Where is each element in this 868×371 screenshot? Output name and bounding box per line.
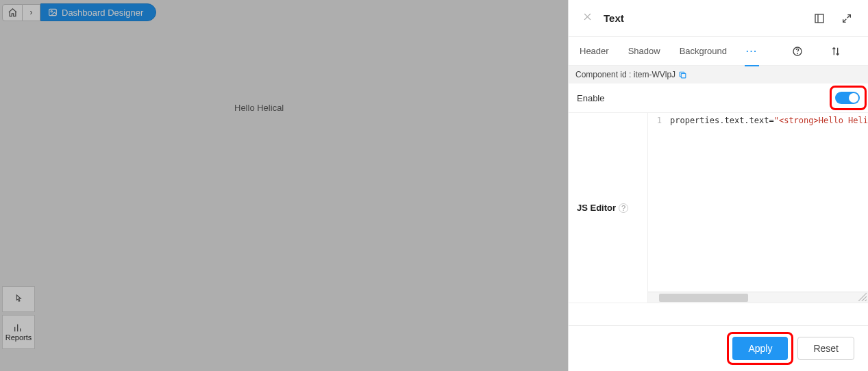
component-id-row: Component id : item-WVlpJ (569, 66, 868, 84)
tab-header[interactable]: Header (578, 43, 610, 59)
code-prefix: properties.text.text= (670, 116, 774, 125)
code-string: "<strong>Hello Heli (774, 116, 868, 125)
panel-title: Text (604, 12, 624, 24)
editor-scrollbar[interactable] (648, 292, 868, 303)
svg-rect-2 (815, 14, 823, 23)
toggle-knob (849, 93, 858, 103)
scrollbar-thumb[interactable] (659, 294, 748, 302)
sort-icon (830, 46, 841, 57)
layout-icon (814, 13, 825, 24)
tab-more[interactable]: ··· (745, 43, 759, 59)
enable-label: Enable (577, 93, 835, 103)
copy-id-button[interactable] (678, 71, 687, 79)
panel-footer: Apply Reset (569, 325, 868, 371)
line-number: 1 (648, 113, 666, 125)
close-icon (582, 12, 593, 22)
reset-button[interactable]: Reset (797, 337, 854, 360)
expand-button[interactable] (839, 13, 854, 24)
svg-rect-6 (681, 73, 686, 78)
svg-point-4 (797, 53, 798, 54)
properties-panel: Text Header Shadow Background ··· (568, 0, 868, 371)
code-editor[interactable]: 1 properties.text.text="<strong>Hello He… (647, 113, 868, 303)
layout-button[interactable] (812, 13, 827, 24)
js-editor-label: JS Editor (577, 203, 616, 213)
js-editor-help[interactable]: ? (619, 203, 628, 213)
reset-label: Reset (813, 343, 839, 354)
help-button[interactable] (792, 46, 803, 57)
copy-icon (678, 71, 687, 79)
sort-button[interactable] (830, 46, 841, 57)
enable-row: Enable (569, 84, 868, 113)
tab-background[interactable]: Background (678, 43, 728, 59)
expand-icon (841, 13, 852, 24)
panel-header: Text (569, 0, 868, 37)
resize-grip-icon[interactable] (858, 293, 867, 301)
tab-shadow[interactable]: Shadow (627, 43, 662, 59)
apply-label: Apply (748, 343, 772, 354)
apply-button[interactable]: Apply (732, 337, 788, 360)
panel-tabs: Header Shadow Background ··· (569, 37, 868, 66)
enable-toggle[interactable] (835, 92, 860, 104)
js-editor-row: JS Editor ? 1 properties.text.text="<str… (569, 113, 868, 303)
component-id-text: Component id : item-WVlpJ (575, 70, 675, 79)
help-icon (792, 46, 803, 57)
close-button[interactable] (582, 12, 593, 25)
